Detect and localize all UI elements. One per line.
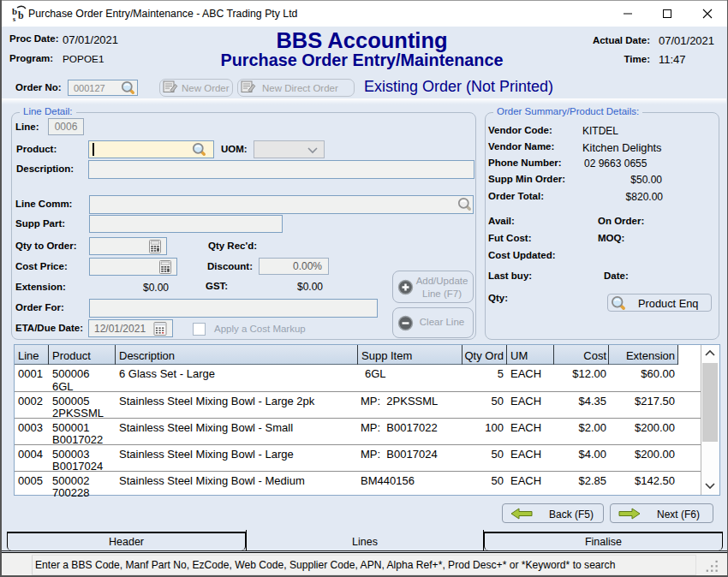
svg-text:s: s xyxy=(13,15,15,23)
svg-text:b: b xyxy=(18,9,24,21)
